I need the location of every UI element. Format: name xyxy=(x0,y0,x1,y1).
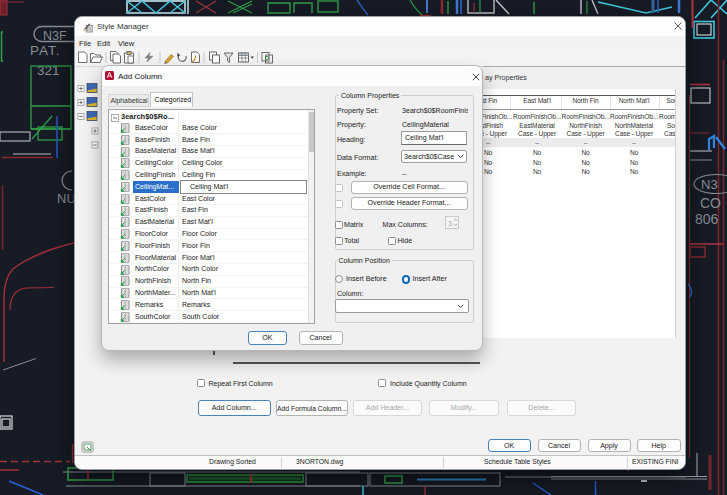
svg-text:CO: CO xyxy=(700,195,721,211)
svg-text:PAT.: PAT. xyxy=(30,43,61,58)
svg-text:N3F: N3F xyxy=(43,29,67,43)
svg-text:N3: N3 xyxy=(701,177,718,192)
svg-text:806: 806 xyxy=(695,211,719,227)
svg-text:NU: NU xyxy=(57,191,76,206)
svg-text:321: 321 xyxy=(37,63,60,78)
